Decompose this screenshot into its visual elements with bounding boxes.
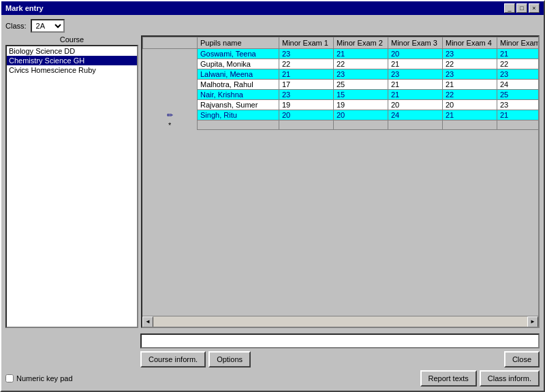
pupil-name: Malhotra, Rahul: [198, 80, 279, 90]
row-icon: [143, 90, 198, 100]
table-row[interactable]: Goswami, Teena2321202321: [143, 49, 539, 59]
exam-score: 21: [388, 59, 443, 69]
main-window: Mark entry _ □ × Class: 2A Course Biolog…: [0, 0, 545, 392]
course-inform-button[interactable]: Course inform.: [140, 351, 206, 368]
right-panel: Pupils nameMinor Exam 1Minor Exam 2Minor…: [141, 35, 540, 328]
list-item[interactable]: Biology Science DD: [7, 46, 137, 56]
minimize-button[interactable]: _: [504, 3, 515, 13]
left-panel: Course Biology Science DDChemistry Scien…: [5, 35, 138, 328]
button-row-1: Course inform. Options Close: [140, 351, 540, 368]
exam-score: 15: [334, 90, 388, 100]
course-label: Course: [5, 35, 138, 44]
exam-score: 23: [279, 90, 334, 100]
exam-score: 20: [388, 49, 443, 59]
list-item[interactable]: Civics Homescience Ruby: [7, 65, 137, 75]
table-row[interactable]: Malhotra, Rahul1725212124: [143, 80, 539, 90]
exam-score: 17: [279, 80, 334, 90]
table-row[interactable]: Lalwani, Meena2123232323: [143, 69, 539, 80]
pupil-name: Singh, Ritu: [198, 110, 279, 120]
exam-score: 19: [279, 100, 334, 110]
table-row[interactable]: Rajvansh, Sumer1919202023: [143, 100, 539, 110]
exam-score: 23: [334, 69, 388, 80]
class-inform-button[interactable]: Class inform.: [480, 370, 540, 387]
exam-score: 20: [388, 100, 443, 110]
title-bar: Mark entry _ □ ×: [1, 1, 544, 15]
exam-score: 19: [334, 100, 388, 110]
empty-cell: [443, 120, 497, 130]
exam-score: 23: [279, 49, 334, 59]
exam-score: 23: [388, 69, 443, 80]
empty-cell: [334, 120, 388, 130]
row-icon: [143, 69, 198, 80]
pupil-name: Goswami, Teena: [198, 49, 279, 59]
empty-cell: [198, 120, 279, 130]
exam-score: 23: [443, 49, 497, 59]
row-icon: [143, 80, 198, 90]
numeric-keypad-checkbox[interactable]: [5, 374, 14, 382]
exam-score: 25: [497, 90, 539, 100]
exam-score: 23: [497, 69, 539, 80]
column-header-1: Minor Exam 1: [279, 37, 334, 49]
report-texts-button[interactable]: Report texts: [420, 370, 477, 387]
exam-score: 22: [334, 59, 388, 69]
close-button[interactable]: Close: [504, 351, 540, 368]
exam-score: 21: [334, 49, 388, 59]
exam-score: 20: [334, 110, 388, 120]
pupil-name: Rajvansh, Sumer: [198, 100, 279, 110]
exam-score: 21: [388, 80, 443, 90]
column-header-4: Minor Exam 4: [443, 37, 497, 49]
maximize-button[interactable]: □: [516, 3, 527, 13]
exam-score: 22: [443, 90, 497, 100]
window-controls: _ □ ×: [504, 3, 540, 13]
status-bar: [140, 333, 540, 348]
exam-score: 25: [334, 80, 388, 90]
marks-table: Pupils nameMinor Exam 1Minor Exam 2Minor…: [142, 37, 538, 130]
exam-score: 21: [497, 49, 539, 59]
new-row-marker: *: [143, 120, 198, 130]
exam-score: 21: [443, 110, 497, 120]
row-icon: [143, 49, 198, 59]
new-row: *: [143, 120, 539, 130]
exam-score: 21: [443, 80, 497, 90]
exam-score: 21: [279, 69, 334, 80]
table-container: Pupils nameMinor Exam 1Minor Exam 2Minor…: [142, 37, 538, 316]
pupil-name: Lalwani, Meena: [198, 69, 279, 80]
class-label: Class:: [5, 22, 27, 30]
table-row[interactable]: Nair, Krishna2315212225: [143, 90, 539, 100]
exam-score: 22: [443, 59, 497, 69]
column-header-5: Minor Exam 5: [497, 37, 539, 49]
table-row[interactable]: Gupita, Monika2222212222: [143, 59, 539, 69]
exam-score: 21: [388, 90, 443, 100]
exam-score: 24: [388, 110, 443, 120]
bottom-area: Course inform. Options Close Numeric key…: [5, 333, 540, 387]
class-selector-row: Class: 2A: [5, 19, 540, 33]
column-header-2: Minor Exam 2: [334, 37, 388, 49]
column-header-3: Minor Exam 3: [388, 37, 443, 49]
scroll-right-button[interactable]: ►: [527, 316, 538, 327]
exam-score: 22: [497, 59, 539, 69]
main-area: Course Biology Science DDChemistry Scien…: [5, 35, 540, 328]
pupil-name: Gupita, Monika: [198, 59, 279, 69]
horizontal-scrollbar: ◄ ►: [142, 316, 538, 327]
exam-score: 20: [279, 110, 334, 120]
row-icon: ✏: [143, 110, 198, 120]
window-title: Mark entry: [5, 4, 44, 12]
empty-cell: [279, 120, 334, 130]
table-row[interactable]: ✏Singh, Ritu2020242121: [143, 110, 539, 120]
scroll-left-button[interactable]: ◄: [142, 316, 153, 327]
exam-score: 24: [497, 80, 539, 90]
empty-cell: [388, 120, 443, 130]
options-button[interactable]: Options: [208, 351, 251, 368]
exam-score: 23: [443, 69, 497, 80]
button-row-2: Numeric key pad Report texts Class infor…: [5, 370, 540, 387]
empty-cell: [497, 120, 539, 130]
scroll-track[interactable]: [153, 316, 527, 327]
list-item[interactable]: Chemistry Science GH: [7, 56, 137, 65]
exam-score: 20: [443, 100, 497, 110]
row-icon: [143, 59, 198, 69]
close-button[interactable]: ×: [529, 3, 540, 13]
course-listbox[interactable]: Biology Science DDChemistry Science GHCi…: [5, 45, 138, 328]
class-select[interactable]: 2A: [31, 19, 65, 33]
numeric-keypad-label: Numeric key pad: [16, 374, 73, 382]
exam-score: 21: [497, 110, 539, 120]
